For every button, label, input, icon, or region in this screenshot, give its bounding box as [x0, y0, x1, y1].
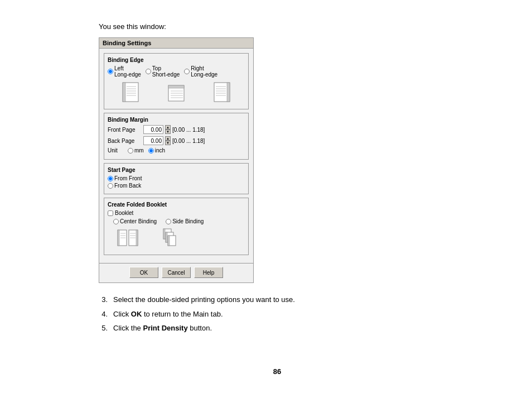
dialog-window: Binding Settings Binding Edge LeftLong-e…	[99, 37, 254, 283]
create-folded-booklet-label: Create Folded Booklet	[108, 202, 245, 208]
top-binding-icon	[166, 81, 186, 103]
ok-button[interactable]: OK	[129, 267, 158, 278]
back-page-row: Back Page ▲ ▼ [0.00 ... 1.18]	[108, 136, 245, 145]
radio-right-label: RightLong-edge	[191, 65, 217, 78]
list-text-3: Select the double-sided printing options…	[113, 294, 456, 305]
side-binding-icon	[161, 227, 183, 249]
center-binding-icon	[117, 227, 139, 249]
booklet-binding-radio-row: Center Binding Side Binding	[113, 218, 245, 224]
radio-center-binding-label: Center Binding	[120, 218, 157, 224]
radio-item-inch: inch	[148, 147, 165, 154]
binding-icons-row	[108, 81, 245, 103]
top-binding-svg	[167, 82, 185, 102]
radio-from-front[interactable]	[108, 176, 113, 181]
svg-rect-35	[168, 236, 170, 246]
intro-text: You see this window:	[99, 22, 456, 31]
radio-item-right: RightLong-edge	[184, 65, 217, 78]
radio-item-top: TopShort-edge	[146, 65, 180, 78]
list-item-5: 5. Click the Print Density button.	[99, 323, 456, 334]
back-page-range: [0.00 ... 1.18]	[172, 138, 205, 144]
start-page-section: Start Page From Front From Back	[104, 163, 249, 194]
binding-margin-section: Binding Margin Front Page ▲ ▼ [0.00 ... …	[104, 113, 249, 160]
list-text-5: Click the Print Density button.	[113, 323, 456, 334]
back-page-input[interactable]	[143, 136, 163, 145]
radio-side-binding-label: Side Binding	[172, 218, 204, 224]
back-page-spin-down[interactable]: ▼	[165, 141, 171, 145]
svg-rect-1	[123, 83, 125, 102]
booklet-label: Booklet	[115, 210, 133, 216]
page-number: 86	[99, 367, 456, 376]
start-page-label: Start Page	[108, 167, 245, 173]
back-page-input-group: ▲ ▼ [0.00 ... 1.18]	[143, 136, 205, 145]
ok-bold: OK	[131, 310, 142, 318]
front-page-label: Front Page	[108, 127, 141, 133]
page-container: You see this window: Binding Settings Bi…	[0, 0, 532, 412]
radio-mm-label: mm	[134, 147, 144, 154]
side-binding-svg	[161, 228, 183, 248]
left-binding-icon	[120, 81, 141, 103]
front-page-input[interactable]	[143, 125, 163, 134]
svg-rect-23	[136, 230, 138, 246]
svg-rect-21	[118, 230, 119, 246]
radio-item-from-front: From Front	[108, 175, 245, 181]
radio-mm[interactable]	[128, 148, 133, 154]
print-density-bold: Print Density	[143, 324, 187, 332]
create-folded-booklet-section: Create Folded Booklet Booklet Center Bin…	[104, 198, 249, 255]
list-num-4: 4.	[99, 309, 108, 320]
unit-label: Unit	[108, 147, 123, 154]
front-page-spin-down[interactable]: ▼	[165, 130, 171, 134]
radio-from-back[interactable]	[108, 183, 113, 189]
radio-item-center-binding: Center Binding	[113, 218, 157, 224]
dialog-content: Binding Edge LeftLong-edge TopShort-edge	[99, 49, 253, 263]
front-page-spinbox: ▲ ▼	[165, 125, 171, 134]
radio-item-from-back: From Back	[108, 183, 245, 189]
left-binding-svg	[122, 82, 139, 102]
radio-from-front-label: From Front	[114, 175, 142, 181]
radio-left[interactable]	[108, 69, 113, 74]
front-page-row: Front Page ▲ ▼ [0.00 ... 1.18]	[108, 125, 245, 134]
binding-edge-section: Binding Edge LeftLong-edge TopShort-edge	[104, 53, 249, 109]
svg-rect-31	[163, 229, 165, 239]
dialog-title-bar: Binding Settings	[99, 38, 253, 49]
front-page-spin-up[interactable]: ▲	[165, 125, 171, 130]
svg-rect-33	[166, 232, 167, 242]
svg-rect-14	[227, 83, 230, 102]
radio-inch-label: inch	[155, 147, 165, 154]
back-page-label: Back Page	[108, 138, 141, 144]
list-text-4: Click OK to return to the Main tab.	[113, 309, 456, 320]
help-button[interactable]: Help	[194, 267, 223, 278]
right-binding-svg	[213, 82, 231, 102]
radio-center-binding[interactable]	[113, 219, 119, 224]
radio-item-mm: mm	[128, 147, 144, 154]
dialog-buttons: OK Cancel Help	[99, 263, 253, 282]
list-item-3: 3. Select the double-sided printing opti…	[99, 294, 456, 305]
booklet-icons-row	[117, 227, 245, 249]
svg-rect-8	[168, 85, 184, 88]
binding-margin-label: Binding Margin	[108, 117, 245, 123]
radio-side-binding[interactable]	[166, 219, 171, 224]
list-num-3: 3.	[99, 294, 108, 305]
booklet-checkbox[interactable]	[108, 210, 113, 216]
binding-edge-label: Binding Edge	[108, 57, 245, 63]
right-binding-icon	[212, 81, 232, 103]
radio-from-back-label: From Back	[114, 183, 141, 189]
radio-right[interactable]	[184, 69, 190, 74]
list-item-4: 4. Click OK to return to the Main tab.	[99, 309, 456, 320]
radio-top[interactable]	[146, 69, 151, 74]
radio-item-side-binding: Side Binding	[166, 218, 204, 224]
front-page-range: [0.00 ... 1.18]	[172, 127, 205, 133]
back-page-spinbox: ▲ ▼	[165, 136, 171, 145]
radio-item-left: LeftLong-edge	[108, 65, 141, 78]
center-binding-svg	[117, 228, 139, 248]
binding-edge-radio-row: LeftLong-edge TopShort-edge RightLong-ed…	[108, 65, 245, 78]
back-page-spin-up[interactable]: ▲	[165, 136, 171, 141]
radio-left-label: LeftLong-edge	[114, 65, 141, 78]
radio-top-label: TopShort-edge	[152, 65, 180, 78]
front-page-input-group: ▲ ▼ [0.00 ... 1.18]	[143, 125, 205, 134]
list-num-5: 5.	[99, 323, 108, 334]
content-area: You see this window: Binding Settings Bi…	[76, 22, 456, 376]
cancel-button[interactable]: Cancel	[162, 267, 191, 278]
radio-inch[interactable]	[148, 148, 154, 154]
unit-row: Unit mm inch	[108, 147, 245, 154]
instructions-list: 3. Select the double-sided printing opti…	[99, 294, 456, 334]
